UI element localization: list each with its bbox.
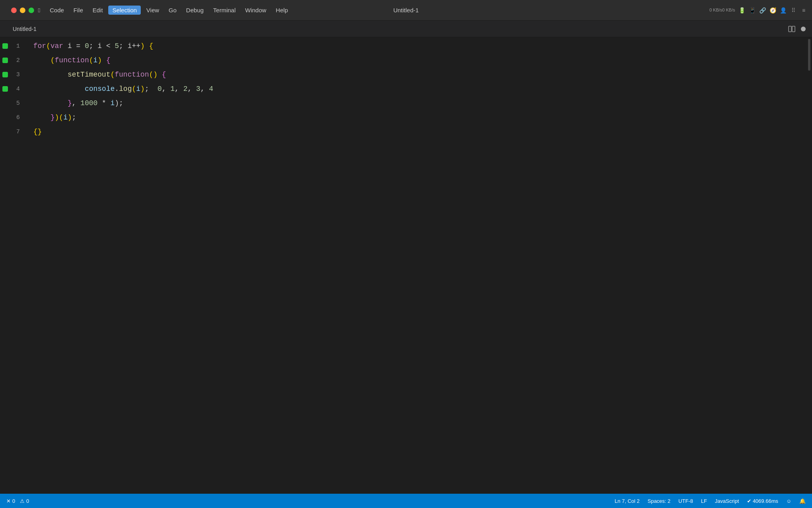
warning-count: 0 — [26, 498, 29, 504]
menu-go[interactable]: Go — [165, 6, 180, 15]
menu-help[interactable]: Help — [272, 6, 292, 15]
battery-icon: 🔋 — [738, 7, 745, 14]
window-title: Untitled-1 — [393, 7, 419, 13]
code-line-6: })(i); — [33, 110, 806, 125]
gutter-row-7: 7 — [0, 125, 24, 139]
svg-rect-1 — [792, 26, 795, 32]
line-number-5: 5 — [9, 100, 20, 107]
titlebar-right-icons: 0 KB/s 0 KB/s 🔋 📱 🔗 🧭 👤 ⠿ ≡ — [709, 7, 807, 14]
breakpoint-3[interactable] — [2, 72, 8, 77]
close-button[interactable] — [11, 8, 17, 13]
tab-label: Untitled-1 — [13, 26, 36, 32]
breakpoint-5[interactable] — [2, 100, 8, 106]
status-eol[interactable]: LF — [701, 498, 707, 504]
status-errors[interactable]: ✕ 0 ⚠ 0 — [6, 498, 29, 504]
scrollbar-thumb[interactable] — [808, 39, 810, 71]
menu-apple[interactable]:  — [34, 6, 44, 15]
code-line-2: (function(i) { — [33, 53, 806, 67]
gutter-row-6: 6 — [0, 110, 24, 125]
gutter-row-1: 1 — [0, 39, 24, 53]
titlebar:  Code File Edit Selection View Go Debug… — [0, 0, 812, 21]
status-timing: ✔ 4069.66ms — [747, 498, 778, 504]
status-language[interactable]: JavaScript — [715, 498, 739, 504]
menu-view[interactable]: View — [142, 6, 163, 15]
menu-selection[interactable]: Selection — [108, 6, 141, 15]
gutter-row-3: 3 — [0, 67, 24, 82]
editor: 1 2 3 4 5 6 7 — [0, 37, 812, 494]
menu-terminal[interactable]: Terminal — [209, 6, 240, 15]
line-number-3: 3 — [9, 71, 20, 78]
minimize-button[interactable] — [20, 8, 25, 13]
code-editor[interactable]: for(var i = 0; i < 5; i++) { (function(i… — [24, 37, 806, 494]
error-count: 0 — [12, 498, 15, 504]
link-icon: 🔗 — [759, 7, 766, 14]
line-number-2: 2 — [9, 57, 20, 64]
code-line-7: {} — [33, 125, 806, 139]
code-line-5: }, 1000 * i); — [33, 96, 806, 110]
user-icon: 👤 — [779, 7, 787, 14]
status-spaces[interactable]: Spaces: 2 — [647, 498, 670, 504]
menu-edit[interactable]: Edit — [89, 6, 107, 15]
line-number-4: 4 — [9, 86, 20, 92]
breakpoint-7[interactable] — [2, 129, 8, 135]
code-line-4: console.log(i); 0, 1, 2, 3, 4 — [33, 82, 806, 96]
menu-debug[interactable]: Debug — [182, 6, 207, 15]
status-position[interactable]: Ln 7, Col 2 — [615, 498, 640, 504]
compass-icon: 🧭 — [769, 7, 776, 14]
status-bell-icon[interactable]: 🔔 — [799, 498, 806, 504]
menu-code[interactable]: Code — [46, 6, 68, 15]
editor-gutter: 1 2 3 4 5 6 7 — [0, 37, 24, 494]
gutter-row-2: 2 — [0, 53, 24, 67]
breakpoint-6[interactable] — [2, 115, 8, 120]
warning-icon: ⚠ — [20, 498, 25, 504]
maximize-button[interactable] — [29, 8, 34, 13]
line-number-7: 7 — [9, 129, 20, 135]
tab-bar: Untitled-1 — [0, 21, 812, 37]
error-x-icon: ✕ — [6, 498, 11, 504]
status-encoding[interactable]: UTF-8 — [678, 498, 693, 504]
breakpoint-4[interactable] — [2, 86, 8, 92]
network-stats: 0 KB/s 0 KB/s — [709, 7, 735, 14]
mobile-icon: 📱 — [749, 7, 756, 14]
tab-bar-actions — [787, 25, 806, 33]
menu-bar:  Code File Edit Selection View Go Debug… — [0, 0, 812, 20]
menu-file[interactable]: File — [69, 6, 87, 15]
tab-untitled[interactable]: Untitled-1 — [6, 23, 43, 35]
svg-rect-0 — [789, 26, 791, 32]
breakpoint-1[interactable] — [2, 43, 8, 49]
list-icon: ≡ — [800, 7, 807, 14]
dot-indicator — [801, 27, 806, 31]
status-smiley[interactable]: ☺ — [786, 498, 791, 504]
gutter-row-5: 5 — [0, 96, 24, 110]
menu-window[interactable]: Window — [241, 6, 270, 15]
status-left: ✕ 0 ⚠ 0 — [6, 498, 29, 504]
grid-icon: ⠿ — [790, 7, 797, 14]
token-for: for — [33, 42, 46, 50]
line-number-6: 6 — [9, 114, 20, 121]
line-number-1: 1 — [9, 43, 20, 50]
menu-items:  Code File Edit Selection View Go Debug… — [34, 6, 709, 15]
editor-scrollbar[interactable] — [806, 37, 812, 494]
split-editor-icon[interactable] — [787, 25, 796, 33]
breakpoint-2[interactable] — [2, 58, 8, 63]
gutter-row-4: 4 — [0, 82, 24, 96]
status-bar: ✕ 0 ⚠ 0 Ln 7, Col 2 Spaces: 2 UTF-8 LF J… — [0, 494, 812, 508]
window-controls — [5, 8, 34, 13]
status-right: Ln 7, Col 2 Spaces: 2 UTF-8 LF JavaScrip… — [615, 498, 806, 504]
code-line-1: for(var i = 0; i < 5; i++) { — [33, 39, 806, 53]
code-line-3: setTimeout(function() { — [33, 67, 806, 82]
